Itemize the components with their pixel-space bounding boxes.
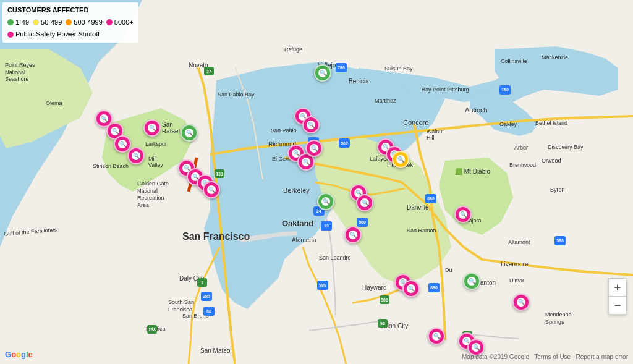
legend-label-50-499: 50-499: [41, 17, 62, 28]
shield-160: 160: [499, 85, 511, 95]
marker-30[interactable]: 🔍: [512, 294, 530, 311]
shield-580d: 580: [554, 236, 566, 245]
legend-label-psps: Public Safety Power Shutoff: [15, 29, 100, 40]
marker-21[interactable]: 🔍: [356, 194, 373, 211]
legend-dot-red: [106, 19, 113, 25]
legend-item-psps: Public Safety Power Shutoff: [7, 29, 100, 40]
marker-29[interactable]: 🔍: [463, 273, 480, 290]
shield-580c: 580: [380, 295, 389, 304]
legend-item-1-49: 1-49: [7, 17, 29, 28]
marker-5[interactable]: 🔍: [143, 119, 161, 137]
marker-18[interactable]: 🔍: [314, 64, 331, 82]
marker-16[interactable]: 🔍: [317, 193, 334, 210]
legend-item-5000plus: 5000+: [106, 17, 134, 28]
shield-13: 13: [321, 221, 332, 231]
marker-15[interactable]: 🔍: [305, 140, 323, 157]
shield-92: 92: [378, 319, 388, 328]
shield-280: 280: [201, 292, 212, 301]
marker-27[interactable]: 🔍: [428, 328, 445, 345]
legend-label-5000plus: 5000+: [114, 17, 134, 28]
google-logo: Google: [5, 350, 33, 359]
legend-dot-yellow: [33, 19, 39, 25]
marker-24[interactable]: 🔍: [392, 151, 409, 168]
shield-131: 131: [215, 169, 224, 178]
shield-1: 1: [197, 278, 207, 287]
legend-item-500-4999: 500-4999: [66, 17, 103, 28]
marker-10[interactable]: 🔍: [181, 124, 198, 142]
marker-28[interactable]: 🔍: [454, 206, 472, 223]
map-attribution: Map data ©2019 Google Terms of Use Repor…: [462, 353, 628, 360]
legend-title: CUSTOMERS AFFECTED: [7, 5, 134, 16]
shield-37: 37: [204, 67, 214, 75]
marker-19[interactable]: 🔍: [344, 226, 362, 243]
legend: CUSTOMERS AFFECTED 1-49 50-499 500-4999 …: [2, 2, 138, 43]
legend-dot-psps: [7, 32, 14, 38]
zoom-in-button[interactable]: +: [609, 279, 626, 296]
legend-dot-orange: [66, 19, 72, 25]
zoom-controls: + −: [608, 278, 627, 315]
legend-item-50-499: 50-499: [33, 17, 62, 28]
legend-label-500-4999: 500-4999: [74, 17, 103, 28]
shield-580: 580: [339, 138, 350, 148]
legend-label-1-49: 1-49: [15, 17, 29, 28]
map-data-text: Map data ©2019 Google: [462, 353, 529, 360]
report-map-error-link[interactable]: Report a map error: [576, 353, 628, 360]
marker-9[interactable]: 🔍: [203, 181, 220, 198]
shield-780: 780: [336, 63, 347, 72]
shield-580b: 580: [357, 218, 368, 227]
shield-238: 238: [147, 325, 157, 334]
shield-680b: 680: [428, 283, 440, 292]
shield-82: 82: [203, 307, 215, 316]
zoom-out-button[interactable]: −: [609, 297, 626, 314]
map-container: Point ReyesNationalSeashore Olema SanRaf…: [0, 0, 633, 364]
legend-dot-green: [7, 19, 14, 25]
terms-of-use-link[interactable]: Terms of Use: [534, 353, 571, 360]
marker-4[interactable]: 🔍: [127, 147, 145, 164]
marker-12[interactable]: 🔍: [302, 116, 320, 133]
marker-26[interactable]: 🔍: [402, 280, 420, 297]
shield-680: 680: [425, 194, 436, 203]
shield-880: 880: [317, 281, 328, 290]
